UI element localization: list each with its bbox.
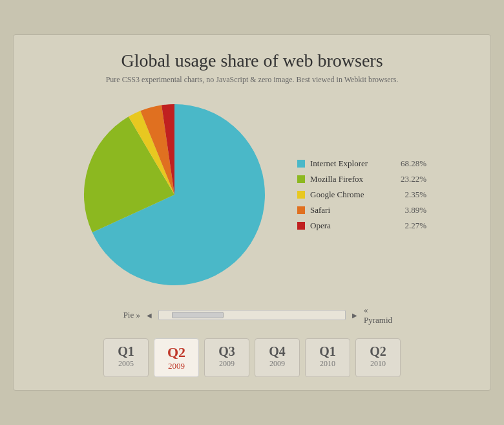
quarter-label: Q2	[167, 344, 185, 361]
scrollbar-track[interactable]	[158, 310, 346, 320]
legend-item: Google Chrome 2.35%	[297, 190, 426, 200]
quarter-button[interactable]: Q2 2009	[154, 338, 199, 377]
quarter-button[interactable]: Q2 2010	[355, 338, 401, 377]
legend-browser-name: Internet Explorer	[310, 158, 395, 169]
legend-browser-value: 23.22%	[401, 174, 426, 184]
nav-right-label: « Pyramid	[364, 305, 396, 325]
chart-nav: Pie » ◀ ▶ « Pyramid	[26, 305, 478, 325]
pie-svg	[78, 98, 271, 292]
legend-browser-name: Mozilla Firefox	[310, 174, 395, 184]
legend-browser-name: Safari	[310, 205, 399, 215]
legend-browser-value: 2.27%	[404, 221, 426, 231]
chart-legend: Internet Explorer 68.28% Mozilla Firefox…	[297, 158, 426, 231]
quarter-year: 2010	[370, 359, 386, 369]
legend-browser-value: 68.28%	[401, 158, 426, 169]
legend-item: Internet Explorer 68.28%	[297, 158, 426, 169]
nav-left-label: Pie »	[108, 310, 140, 320]
legend-color-swatch	[297, 222, 305, 230]
quarter-button[interactable]: Q4 2009	[255, 338, 300, 377]
legend-item: Opera 2.27%	[297, 221, 426, 231]
page-subtitle: Pure CSS3 experimental charts, no JavaSc…	[26, 75, 478, 85]
quarter-label: Q2	[370, 344, 386, 359]
pie-chart	[78, 98, 271, 292]
legend-browser-name: Opera	[310, 221, 399, 231]
legend-color-swatch	[297, 160, 305, 168]
quarter-label: Q3	[218, 344, 235, 359]
scrollbar-thumb[interactable]	[172, 312, 224, 318]
legend-browser-value: 2.35%	[404, 190, 426, 200]
legend-color-swatch	[297, 206, 305, 214]
quarter-year: 2009	[219, 359, 235, 369]
main-card: Global usage share of web browsers Pure …	[13, 34, 491, 391]
chart-area: Internet Explorer 68.28% Mozilla Firefox…	[26, 98, 478, 292]
legend-color-swatch	[297, 191, 305, 199]
quarter-year: 2009	[168, 361, 185, 371]
scroll-left-arrow[interactable]: ◀	[147, 312, 152, 319]
scroll-right-arrow[interactable]: ▶	[352, 312, 357, 319]
quarter-button[interactable]: Q1 2005	[103, 338, 149, 377]
page-title: Global usage share of web browsers	[26, 50, 478, 71]
quarters-row: Q1 2005 Q2 2009 Q3 2009 Q4 2009 Q1 2010 …	[26, 338, 478, 377]
quarter-label: Q1	[319, 344, 336, 359]
quarter-year: 2005	[118, 359, 134, 369]
legend-browser-name: Google Chrome	[310, 190, 399, 200]
legend-browser-value: 3.89%	[404, 205, 426, 215]
quarter-label: Q1	[118, 344, 134, 359]
quarter-button[interactable]: Q1 2010	[305, 338, 350, 377]
quarter-label: Q4	[269, 344, 286, 359]
quarter-year: 2010	[320, 359, 335, 369]
quarter-year: 2009	[269, 359, 285, 369]
legend-item: Safari 3.89%	[297, 205, 426, 215]
quarter-button[interactable]: Q3 2009	[204, 338, 249, 377]
legend-item: Mozilla Firefox 23.22%	[297, 174, 426, 184]
legend-color-swatch	[297, 175, 305, 183]
